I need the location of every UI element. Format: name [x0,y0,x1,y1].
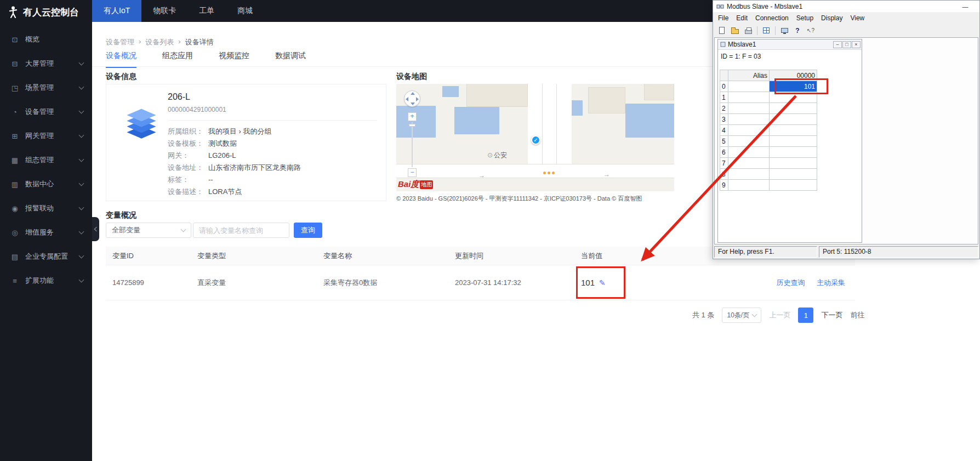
monitor-icon [781,28,788,33]
child-title-bar[interactable]: Mbslave1 – □ × [718,39,862,50]
map-pan-control[interactable] [404,90,420,107]
register-value-cell[interactable] [770,114,817,125]
register-value-cell[interactable] [770,103,817,114]
sidebar-item-extensions[interactable]: ≡ 扩展功能 [0,269,92,293]
register-value-cell[interactable] [770,136,817,147]
topnav-tab-work-order[interactable]: 工单 [187,0,226,22]
child-restore-button[interactable]: □ [842,41,851,48]
minimize-icon[interactable]: — [959,3,972,10]
tab-device-overview[interactable]: 设备概况 [106,51,136,68]
menu-item-edit[interactable]: Edit [732,14,751,22]
modbus-child-window[interactable]: Mbslave1 – □ × ID = 1: F = 03 Alias 0000… [717,39,862,243]
print-button[interactable] [742,25,754,36]
tab-scada-app[interactable]: 组态应用 [162,51,193,68]
open-file-button[interactable] [729,25,741,36]
connection-setup-button[interactable] [778,25,790,36]
zoom-slider-track[interactable] [412,122,413,167]
menu-item-view[interactable]: View [846,14,868,22]
th-variable-id: 变量ID [106,251,197,261]
page-1-button[interactable]: 1 [798,308,813,323]
page-size-select[interactable]: 10条/页 [722,308,761,323]
app-logo[interactable]: 有人云控制台 [0,0,92,24]
tab-video-monitor[interactable]: 视频监控 [219,51,249,68]
sidebar-item-screen-mgmt[interactable]: ⊟ 大屏管理 [0,52,92,76]
register-value-cell[interactable] [770,180,817,191]
grid-row: 5 [720,136,817,147]
child-minimize-button[interactable]: – [833,41,842,48]
topnav-tab-iot-card[interactable]: 物联卡 [141,0,187,22]
variable-filters: 全部变量 查询 [106,223,322,238]
alias-cell[interactable] [728,114,770,125]
register-value-cell[interactable] [770,158,817,169]
context-help-button[interactable]: ↖? [805,25,817,36]
register-value-cell-selected[interactable]: 101 [770,81,817,92]
topnav-tab-mall[interactable]: 商城 [226,0,264,22]
sidebar-nav: ⊡ 概览 ⊟ 大屏管理 ◳ 场景管理 ◔ 设备管理 ⊞ 网关管理 ▦ 组态管理 [0,27,92,293]
map-water-shape [396,106,436,138]
help-button[interactable]: ? [791,25,804,36]
alias-cell[interactable] [728,92,770,103]
alias-cell[interactable] [728,136,770,147]
zoom-in-button[interactable]: + [408,112,417,121]
register-value-cell[interactable] [770,125,817,136]
map-road [528,84,572,166]
sidebar-collapse-handle[interactable] [92,217,99,241]
sidebar-item-value-services[interactable]: ◎ 增值服务 [0,220,92,244]
next-page-button[interactable]: 下一页 [821,310,842,320]
menu-item-display[interactable]: Display [817,14,846,22]
zoom-slider-handle[interactable] [409,124,415,127]
zoom-out-button[interactable]: − [408,168,417,177]
breadcrumb-device-mgmt[interactable]: 设备管理 [106,37,134,47]
search-button[interactable]: 查询 [294,223,322,238]
sidebar-item-overview[interactable]: ⊡ 概览 [0,27,92,52]
current-value: 101 [581,278,595,287]
sidebar-item-data-center[interactable]: ▥ 数据中心 [0,172,92,196]
menu-item-setup[interactable]: Setup [793,14,817,22]
map-water-shape [442,86,459,97]
display-grid-button[interactable] [760,25,772,36]
variable-search-input[interactable] [193,223,289,238]
alias-cell[interactable] [728,158,770,169]
modbus-title-bar[interactable]: Modbus Slave - Mbslave1 — [713,1,979,12]
menu-item-connection[interactable]: Connection [751,14,793,22]
map-road-line [556,84,557,166]
new-file-button[interactable] [716,25,728,36]
active-collect-link[interactable]: 主动采集 [817,278,845,287]
breadcrumb: 设备管理 › 设备列表 › 设备详情 [106,37,214,47]
pan-up-icon [411,92,415,95]
modbus-id-line: ID = 1: F = 03 [718,50,862,60]
alias-cell[interactable] [728,103,770,114]
sidebar-item-scene-mgmt[interactable]: ◳ 场景管理 [0,76,92,100]
menu-item-file[interactable]: File [714,14,732,22]
modbus-slave-window[interactable]: Modbus Slave - Mbslave1 — File Edit Conn… [713,0,980,259]
alias-cell[interactable] [728,180,770,191]
alias-cell[interactable] [728,169,770,180]
register-value-cell[interactable] [770,147,817,158]
sidebar-item-scada-mgmt[interactable]: ▦ 组态管理 [0,148,92,172]
device-map-title: 设备地图 [396,72,427,82]
map-road-line [542,84,543,166]
th-variable-type: 变量类型 [197,251,323,261]
variable-type-select[interactable]: 全部变量 [106,223,191,238]
edit-value-icon[interactable]: ✎ [599,278,606,287]
tab-data-debug[interactable]: 数据调试 [275,51,306,68]
alias-cell[interactable] [728,147,770,158]
device-field-description: 设备描述： LORA节点 [168,186,377,198]
sidebar-item-device-mgmt[interactable]: ◔ 设备管理 [0,100,92,124]
child-close-button[interactable]: × [852,41,861,48]
breadcrumb-separator: › [178,37,180,47]
sidebar-item-alarm-link[interactable]: ◉ 报警联动 [0,196,92,220]
history-query-link[interactable]: 历史查询 [776,278,805,287]
register-value-cell[interactable] [770,92,817,103]
alarm-icon: ◉ [10,204,19,213]
alias-cell[interactable] [728,125,770,136]
sidebar-item-enterprise-config[interactable]: ▤ 企业专属配置 [0,244,92,269]
device-location-marker[interactable]: ✓ [531,135,540,145]
breadcrumb-device-list[interactable]: 设备列表 [145,37,174,47]
alias-cell[interactable] [728,81,770,92]
topnav-tab-usriot[interactable]: 有人IoT [92,0,141,22]
sidebar-item-gateway-mgmt[interactable]: ⊞ 网关管理 [0,124,92,148]
register-value-cell[interactable] [770,169,817,180]
prev-page-button[interactable]: 上一页 [769,310,790,320]
device-map[interactable]: → → ⊙公安 ✓ + − Bai度 地图 [396,84,674,191]
